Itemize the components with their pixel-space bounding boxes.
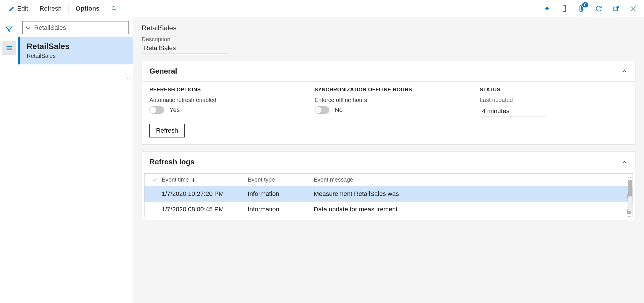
logs-table: Event time Event type Event message 1/7/…	[144, 173, 633, 217]
edit-label: Edit	[17, 5, 28, 12]
search-input[interactable]	[34, 24, 126, 32]
manual-refresh-button[interactable]: Refresh	[149, 124, 185, 137]
general-card: General REFRESH OPTIONS Automatic refres…	[142, 61, 635, 145]
chevron-up-icon	[621, 159, 628, 165]
office-icon	[561, 5, 567, 12]
page-title: RetailSales	[142, 24, 635, 32]
office-button[interactable]	[560, 4, 569, 13]
logs-scrollbar[interactable]: ︿ ﹀	[627, 174, 632, 217]
sort-down-icon	[192, 177, 196, 182]
col-event-message[interactable]: Event message	[314, 176, 629, 183]
table-row[interactable]: 1/7/2020 10:27:20 PM Information Measure…	[145, 186, 633, 202]
logs-collapse-button[interactable]	[621, 159, 628, 165]
list-rail-button[interactable]	[2, 41, 16, 55]
toolbar-left: Edit Refresh Options	[3, 3, 123, 15]
cell-event-type: Information	[248, 190, 314, 198]
close-icon	[630, 5, 637, 12]
top-toolbar: Edit Refresh Options 0	[0, 0, 644, 17]
search-icon	[26, 25, 31, 31]
list-item-subtitle: RetailSales	[27, 53, 126, 59]
options-button[interactable]: Options	[70, 3, 105, 15]
col-event-time-label: Event time	[162, 176, 189, 183]
attachment-badge: 0	[582, 2, 588, 7]
auto-refresh-label: Automatic refresh enabled	[149, 97, 297, 103]
cell-event-time: 1/7/2020 10:27:20 PM	[162, 190, 248, 198]
chevron-up-icon	[621, 68, 628, 74]
last-updated-label: Last updated	[480, 97, 628, 103]
logs-header-row: Event time Event type Event message	[145, 174, 633, 186]
reload-button[interactable]	[594, 4, 603, 13]
col-event-time[interactable]: Event time	[162, 176, 248, 183]
list-icon	[5, 44, 13, 52]
general-heading: General	[149, 67, 177, 76]
table-row[interactable]: 1/7/2020 08:00:45 PM Information Data up…	[145, 202, 633, 217]
diamond-icon	[544, 5, 551, 12]
toolbar-right: 0	[542, 4, 641, 13]
svg-line-1	[115, 9, 116, 11]
list-pane: RetailSales RetailSales ︿	[18, 17, 133, 303]
auto-refresh-value: Yes	[169, 106, 180, 114]
col-event-type[interactable]: Event type	[248, 176, 314, 183]
svg-point-2	[26, 26, 29, 29]
refresh-logs-heading: Refresh logs	[149, 158, 195, 166]
cell-event-message: Data update for measurement	[314, 206, 629, 213]
svg-line-3	[29, 29, 30, 30]
popout-button[interactable]	[611, 4, 620, 13]
status-heading: STATUS	[480, 87, 628, 93]
cell-event-time: 1/7/2020 08:00:45 PM	[162, 206, 248, 213]
refresh-options-heading: REFRESH OPTIONS	[149, 87, 297, 93]
reload-icon	[595, 5, 602, 12]
search-icon	[111, 5, 117, 12]
search-box[interactable]	[22, 21, 129, 34]
refresh-logs-card: Refresh logs Event time Event	[142, 152, 635, 220]
cell-event-message: Measurement RetailSales was	[314, 190, 629, 198]
refresh-label: Refresh	[40, 5, 62, 12]
enforce-offline-value: No	[335, 106, 343, 114]
app-icon-button[interactable]	[542, 4, 552, 13]
list-item-title: RetailSales	[27, 42, 126, 51]
filter-icon	[5, 25, 13, 33]
last-updated-value: 4 minutes	[480, 106, 546, 117]
enforce-offline-label: Enforce offline hours	[315, 97, 462, 103]
popout-icon	[612, 5, 620, 12]
svg-point-0	[112, 6, 115, 9]
search-tool-button[interactable]	[105, 3, 123, 14]
pencil-icon	[9, 5, 15, 12]
detail-pane: RetailSales Description RetailSales Gene…	[133, 17, 644, 303]
edit-button[interactable]: Edit	[3, 3, 34, 15]
description-value[interactable]: RetailSales	[142, 44, 228, 54]
options-label: Options	[76, 5, 99, 12]
refresh-button[interactable]: Refresh	[34, 3, 67, 15]
close-button[interactable]	[629, 4, 638, 13]
toolbar-separator	[69, 3, 69, 14]
description-label: Description	[142, 36, 635, 43]
list-scroll-up-icon[interactable]: ︿	[127, 74, 132, 80]
filter-rail-button[interactable]	[2, 22, 16, 36]
general-collapse-button[interactable]	[621, 68, 628, 74]
list-item-retailsales[interactable]: RetailSales RetailSales	[18, 37, 133, 64]
attachment-button[interactable]: 0	[577, 4, 586, 13]
left-rail	[0, 17, 18, 303]
enforce-offline-toggle[interactable]	[315, 106, 329, 114]
cell-event-type: Information	[248, 206, 314, 213]
sync-offline-heading: SYNCHRONIZATION OFFLINE HOURS	[315, 87, 462, 93]
auto-refresh-toggle[interactable]	[149, 106, 164, 114]
check-icon[interactable]	[152, 177, 158, 183]
